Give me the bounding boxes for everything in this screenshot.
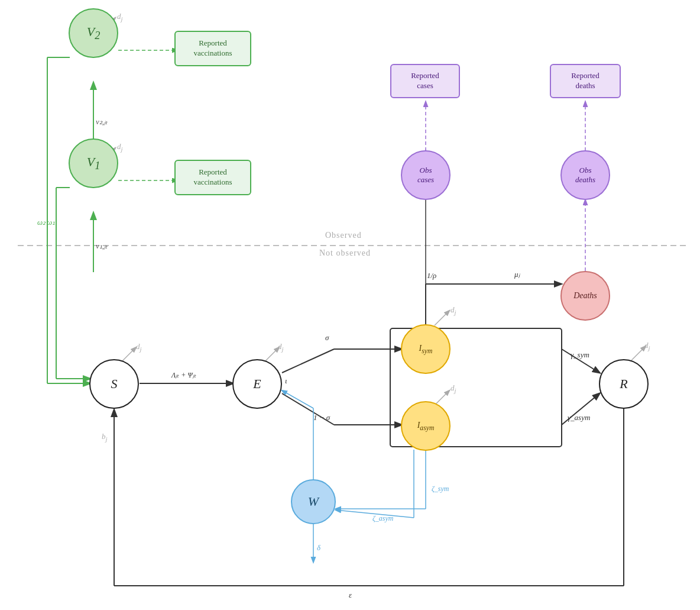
reported-vaccinations-1: Reportedvaccinations	[174, 160, 251, 195]
reported-deaths-label: Reporteddeaths	[571, 71, 599, 91]
dj-e-label: dj	[278, 342, 284, 353]
svg-text:ε: ε	[349, 590, 352, 599]
isym-label: Isym	[419, 344, 433, 355]
svg-text:ι: ι	[285, 376, 287, 385]
svg-line-57	[282, 390, 313, 408]
not-observed-label: Not observed	[319, 248, 371, 258]
r-node: R	[599, 359, 649, 409]
svg-text:1 − σ: 1 − σ	[313, 413, 330, 422]
s-label: S	[111, 376, 118, 392]
svg-text:γ_sym: γ_sym	[571, 350, 589, 359]
svg-line-17	[121, 347, 136, 362]
reported-cases-label: Reportedcases	[411, 71, 439, 91]
svg-text:δ: δ	[317, 543, 321, 552]
deaths-node: Deaths	[560, 271, 610, 321]
dj-v1-label: dj	[117, 142, 123, 153]
reported-vacc1-label: Reportedvaccinations	[194, 167, 232, 188]
svg-text:μⱼ: μⱼ	[514, 270, 520, 279]
r-label: R	[620, 376, 627, 392]
v2-node: V2	[69, 8, 118, 58]
dj-iasym-label: dj	[451, 383, 456, 394]
svg-text:ω₂: ω₂	[37, 218, 46, 227]
svg-line-21	[264, 347, 279, 362]
w-node: W	[291, 479, 336, 524]
svg-line-22	[282, 349, 334, 373]
diagram: ν₂,ⱼₜ ν₁,ⱼₜ ω₂ ω₁ Λⱼₜ + Ψⱼₜ σ 1 − σ ι γ_…	[0, 0, 700, 610]
svg-line-29	[435, 311, 449, 325]
dj-s-label: dj	[136, 342, 142, 353]
svg-text:1/ρ: 1/ρ	[427, 271, 436, 280]
svg-text:Λⱼₜ + Ψⱼₜ: Λⱼₜ + Ψⱼₜ	[171, 371, 196, 379]
obs-deaths-node: Obsdeaths	[560, 150, 610, 200]
isym-node: Isym	[401, 324, 451, 374]
observed-label: Observed	[325, 231, 362, 240]
dj-isym-label: dj	[451, 305, 456, 316]
reported-cases-rect: Reportedcases	[390, 64, 460, 98]
reported-deaths-rect: Reporteddeaths	[550, 64, 621, 98]
v1-label: V1	[87, 154, 101, 172]
svg-text:σ: σ	[325, 333, 329, 342]
svg-text:γ_asym: γ_asym	[568, 413, 590, 422]
s-node: S	[89, 359, 139, 409]
reported-vacc2-label: Reportedvaccinations	[194, 38, 232, 59]
w-label: W	[308, 494, 319, 509]
e-node: E	[232, 359, 282, 409]
obs-cases-label: Obscases	[417, 166, 434, 185]
dj-r-label: dj	[644, 341, 650, 351]
svg-text:ν₂,ⱼₜ: ν₂,ⱼₜ	[96, 117, 108, 126]
v2-label: V2	[87, 24, 101, 42]
e-label: E	[253, 376, 261, 392]
reported-vaccinations-2: Reportedvaccinations	[174, 31, 251, 66]
obs-cases-node: Obscases	[401, 150, 451, 200]
svg-text:ω₁: ω₁	[47, 218, 55, 227]
iasym-label: Iasym	[417, 421, 435, 432]
obs-deaths-label: Obsdeaths	[575, 166, 595, 185]
v1-node: V1	[69, 138, 118, 188]
svg-text:ν₁,ⱼₜ: ν₁,ⱼₜ	[96, 241, 108, 250]
svg-text:ζ_asym: ζ_asym	[372, 514, 394, 522]
dj-v2-label: dj	[117, 12, 123, 22]
iasym-node: Iasym	[401, 401, 451, 451]
svg-line-30	[435, 390, 449, 405]
svg-line-36	[631, 346, 646, 361]
bj-s-label: bj	[102, 432, 108, 443]
svg-text:ζ_sym: ζ_sym	[432, 485, 449, 493]
deaths-label: Deaths	[573, 291, 597, 301]
